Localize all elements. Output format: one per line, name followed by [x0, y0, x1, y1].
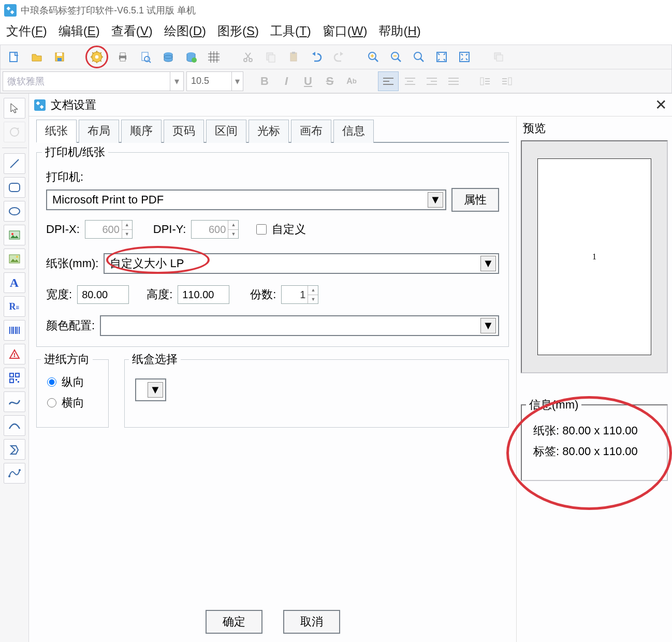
properties-button[interactable]: 属性	[451, 188, 499, 212]
layers-icon[interactable]	[489, 48, 508, 66]
landscape-radio[interactable]: 横向	[47, 395, 98, 411]
roundrect-tool-icon[interactable]	[4, 177, 25, 198]
paper-size-combo[interactable]: 自定义大小 LP ▼	[104, 253, 499, 274]
chevron-down-icon[interactable]: ▼	[480, 318, 496, 333]
chevron-down-icon[interactable]: ▼	[428, 192, 443, 208]
menu-edit[interactable]: 编辑(E)	[59, 23, 100, 39]
tab-cursor[interactable]: 光标	[249, 120, 289, 143]
pointer-tool-icon[interactable]	[4, 98, 25, 119]
indent-right-icon[interactable]	[496, 71, 517, 91]
chevron-down-icon[interactable]: ▼	[148, 382, 163, 398]
width-input[interactable]	[77, 285, 129, 304]
polygon-tool-icon[interactable]	[4, 439, 25, 460]
chevron-down-icon[interactable]: ▾	[231, 72, 243, 91]
bezier-tool-icon[interactable]	[4, 463, 25, 484]
image-tool-icon[interactable]	[4, 225, 25, 245]
dpiy-input[interactable]: ▲▼	[191, 220, 239, 239]
arc-tool-icon[interactable]	[4, 415, 25, 436]
fit-width-icon[interactable]	[455, 48, 474, 66]
paper-size-value: 自定义大小 LP	[110, 256, 184, 271]
zoom-in-icon[interactable]	[364, 48, 383, 66]
open-file-icon[interactable]	[27, 48, 46, 66]
underline-icon[interactable]: U	[298, 71, 318, 91]
barcode-tool-icon[interactable]	[4, 320, 25, 341]
redo-icon[interactable]	[330, 48, 348, 66]
strike-icon[interactable]: S	[319, 71, 340, 91]
tab-info[interactable]: 信息	[333, 120, 374, 143]
align-left-icon[interactable]	[378, 71, 399, 91]
svg-rect-2	[10, 52, 17, 62]
qrcode-tool-icon[interactable]	[4, 368, 25, 388]
feed-direction-group: 进纸方向 纵向 横向	[36, 359, 109, 428]
svg-rect-4	[57, 53, 62, 56]
database-link-icon[interactable]	[182, 48, 200, 66]
color-profile-combo[interactable]: ▼	[100, 315, 499, 336]
menu-window[interactable]: 窗口(W)	[323, 23, 368, 39]
richtext-tool-icon[interactable]: R≡	[4, 296, 25, 317]
close-icon[interactable]: ✕	[655, 96, 667, 113]
svg-rect-38	[290, 53, 297, 61]
grid-icon[interactable]	[204, 48, 223, 66]
align-right-icon[interactable]	[421, 71, 442, 91]
menu-help[interactable]: 帮助(H)	[378, 23, 420, 39]
chevron-down-icon[interactable]: ▼	[480, 256, 496, 271]
rotate-tool-icon[interactable]	[4, 122, 25, 142]
printer-combo[interactable]: Microsoft Print to PDF ▼	[46, 189, 446, 210]
shape-tool-icon[interactable]	[4, 344, 25, 364]
bold-icon[interactable]: B	[254, 71, 275, 91]
line-tool-icon[interactable]	[4, 153, 25, 174]
menu-view[interactable]: 查看(V)	[111, 23, 153, 39]
dialog-title: 文档设置	[51, 97, 96, 113]
curve-tool-icon[interactable]	[4, 391, 25, 412]
dpix-input[interactable]: ▲▼	[85, 220, 133, 239]
document-settings-icon[interactable]	[89, 49, 105, 65]
paste-icon[interactable]	[284, 48, 303, 66]
align-justify-icon[interactable]	[443, 71, 464, 91]
custom-dpi-checkbox[interactable]	[256, 224, 267, 235]
svg-rect-89	[10, 373, 13, 377]
tab-pagenum[interactable]: 页码	[164, 120, 204, 143]
align-center-icon[interactable]	[400, 71, 420, 91]
menu-tools[interactable]: 工具(T)	[270, 23, 311, 39]
italic-icon[interactable]: I	[276, 71, 297, 91]
height-input[interactable]	[178, 285, 229, 304]
print-icon[interactable]	[113, 48, 132, 66]
save-icon[interactable]	[50, 48, 69, 66]
new-file-icon[interactable]	[5, 48, 23, 66]
indent-left-icon[interactable]	[475, 71, 495, 91]
menu-draw[interactable]: 绘图(D)	[164, 23, 206, 39]
picture-tool-icon[interactable]	[4, 249, 25, 269]
tray-combo[interactable]: ▼	[135, 378, 166, 401]
tab-layout[interactable]: 布局	[79, 120, 119, 143]
svg-rect-96	[36, 101, 40, 105]
portrait-radio[interactable]: 纵向	[47, 374, 98, 390]
group-label: 信息(mm)	[526, 397, 581, 413]
menu-shape[interactable]: 图形(S)	[217, 23, 259, 39]
database-icon[interactable]	[159, 48, 178, 66]
tab-range[interactable]: 区间	[206, 120, 246, 143]
menu-file[interactable]: 文件(F)	[6, 23, 47, 39]
copy-icon[interactable]	[261, 48, 280, 66]
info-group: 信息(mm) 纸张: 80.00 x 110.00 标签: 80.00 x 11…	[521, 404, 668, 481]
copies-input[interactable]: ▲▼	[281, 285, 318, 304]
tab-order[interactable]: 顺序	[121, 120, 162, 143]
svg-rect-52	[496, 55, 503, 61]
zoom-out-icon[interactable]	[387, 48, 405, 66]
print-preview-icon[interactable]	[136, 48, 155, 66]
tab-canvas[interactable]: 画布	[291, 120, 331, 143]
tab-paper[interactable]: 纸张	[36, 120, 77, 143]
cut-icon[interactable]	[239, 48, 257, 66]
fit-page-icon[interactable]	[432, 48, 451, 66]
font-size-combo[interactable]: 10.5 ▾	[186, 71, 243, 91]
zoom-icon[interactable]	[410, 48, 428, 66]
font-family-combo[interactable]: 微软雅黑 ▾	[3, 71, 184, 91]
undo-icon[interactable]	[307, 48, 326, 66]
ok-button[interactable]: 确定	[206, 610, 262, 634]
cancel-button[interactable]: 取消	[283, 610, 340, 634]
copies-label: 份数:	[250, 287, 276, 302]
superscript-icon[interactable]: Ab	[341, 71, 362, 91]
svg-rect-65	[480, 78, 484, 85]
chevron-down-icon[interactable]: ▾	[170, 72, 183, 91]
ellipse-tool-icon[interactable]	[4, 201, 25, 222]
text-tool-icon[interactable]: A	[4, 272, 25, 293]
